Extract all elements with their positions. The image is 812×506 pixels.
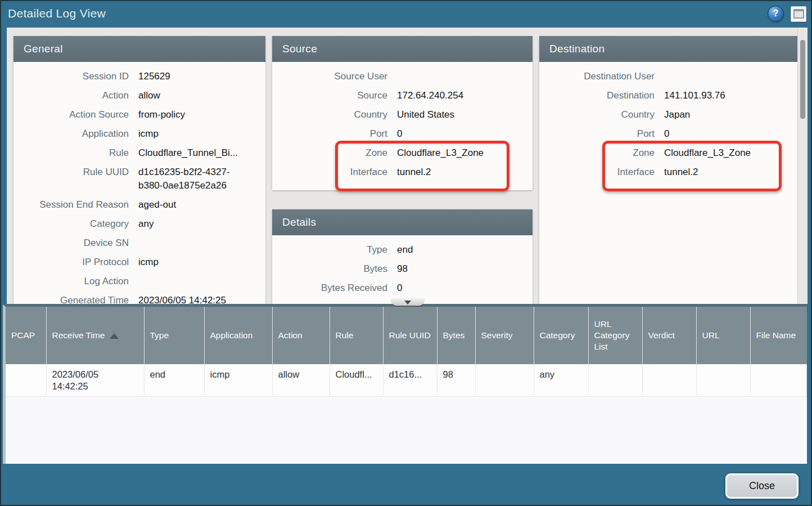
- kv-row: Action Sourcefrom-policy: [13, 105, 265, 124]
- kv-row: Destination141.101.93.76: [539, 86, 798, 105]
- kv-value: 2023/06/05 14:42:25: [138, 294, 265, 304]
- kv-label: Session ID: [13, 70, 129, 83]
- kv-row: Interfacetunnel.2: [272, 163, 533, 182]
- cell: any: [534, 364, 588, 396]
- kv-label: Session End Reason: [13, 198, 129, 212]
- kv-value: 0: [664, 127, 798, 141]
- column-header-action[interactable]: Action: [272, 307, 330, 364]
- kv-label: Action Source: [13, 108, 129, 122]
- kv-label: Interface: [272, 165, 387, 179]
- table-row[interactable]: 2023/06/05 14:42:25endicmpallowCloudfl..…: [6, 364, 807, 396]
- kv-value: [397, 70, 533, 83]
- kv-label: IP Protocol: [13, 256, 129, 269]
- kv-row: Port0: [539, 124, 798, 144]
- panel-source-header: Source: [272, 36, 533, 62]
- kv-row: Applicationicmp: [13, 124, 265, 144]
- kv-value: icmp: [138, 127, 265, 141]
- kv-label: Destination: [539, 89, 655, 102]
- kv-label: Interface: [539, 165, 655, 179]
- column-header-receive-time[interactable]: Receive Time: [46, 307, 144, 364]
- column-header-type[interactable]: Type: [144, 307, 204, 364]
- kv-label: Rule UUID: [13, 165, 129, 179]
- panel-details-body: TypeendBytes98Bytes Received0: [272, 235, 533, 298]
- column-header-application[interactable]: Application: [204, 307, 272, 364]
- panel-details: Details TypeendBytes98Bytes Received0: [272, 209, 533, 304]
- kv-value: from-policy: [138, 108, 265, 122]
- scrollbar-thumb[interactable]: [800, 40, 805, 119]
- log-table-pane: PCAPReceive TimeTypeApplicationActionRul…: [3, 305, 807, 464]
- close-button[interactable]: Close: [725, 473, 799, 499]
- kv-label: Rule: [13, 146, 129, 160]
- window-restore-icon-glyph: [793, 9, 804, 19]
- kv-row: Session ID125629: [13, 67, 265, 86]
- kv-label: Application: [13, 127, 129, 141]
- column-header-verdict[interactable]: Verdict: [642, 307, 696, 364]
- kv-row: Typeend: [272, 240, 533, 259]
- column-header-category[interactable]: Category: [534, 307, 588, 364]
- kv-label: Generated Time: [13, 294, 129, 304]
- kv-label: Port: [539, 127, 655, 141]
- column-header-rule[interactable]: Rule: [330, 307, 383, 364]
- kv-value: United States: [397, 108, 533, 122]
- kv-row: Destination User: [539, 67, 798, 86]
- kv-row: Categoryany: [13, 214, 265, 234]
- kv-value: Cloudflare_L3_Zone: [397, 146, 533, 160]
- panel-source: Source Source UserSource172.64.240.254Co…: [272, 36, 533, 190]
- log-table: PCAPReceive TimeTypeApplicationActionRul…: [6, 307, 807, 397]
- kv-label: Category: [13, 217, 129, 231]
- kv-label: Source User: [272, 70, 387, 83]
- panel-general-body: Session ID125629ActionallowAction Source…: [13, 62, 265, 304]
- kv-row: Source172.64.240.254: [272, 86, 533, 105]
- kv-label: Bytes Received: [272, 281, 387, 295]
- cell: allow: [272, 364, 330, 396]
- cell: [696, 364, 750, 396]
- kv-value: 125629: [138, 70, 265, 83]
- kv-row: ZoneCloudflare_L3_Zone: [539, 144, 798, 163]
- kv-row: CountryUnited States: [272, 105, 533, 124]
- cell: [475, 364, 534, 396]
- kv-value: icmp: [138, 256, 265, 269]
- titlebar-icons: ?: [768, 6, 806, 22]
- cell: icmp: [204, 364, 272, 396]
- column-header-severity[interactable]: Severity: [475, 307, 534, 364]
- scrollbar[interactable]: [797, 28, 808, 304]
- cell: 2023/06/05 14:42:25: [46, 364, 144, 396]
- kv-value: d1c16235-b2f2-4327-b380-0ae1875e2a26: [138, 165, 265, 192]
- kv-row: Log Action: [13, 272, 265, 291]
- column-header-rule-uuid[interactable]: Rule UUID: [383, 307, 437, 364]
- column-header-pcap[interactable]: PCAP: [6, 307, 46, 364]
- panel-source-body: Source UserSource172.64.240.254CountryUn…: [272, 62, 533, 182]
- panel-general-header: General: [13, 36, 265, 62]
- kv-row: Session End Reasonaged-out: [13, 195, 265, 214]
- kv-row: Interfacetunnel.2: [539, 163, 798, 182]
- cell: [6, 364, 46, 396]
- kv-row: Bytes98: [272, 259, 533, 279]
- kv-value: tunnel.2: [664, 165, 798, 179]
- kv-value: Japan: [664, 108, 798, 122]
- column-header-url[interactable]: URL: [696, 307, 750, 364]
- kv-row: Generated Time2023/06/05 14:42:25: [13, 291, 265, 304]
- page-title: Detailed Log View: [8, 7, 106, 20]
- cell: Cloudfl...: [330, 364, 383, 396]
- detail-panels-area: General Session ID125629ActionallowActio…: [7, 28, 808, 304]
- collapse-handle[interactable]: [391, 298, 424, 306]
- kv-row: CountryJapan: [539, 105, 798, 124]
- help-icon[interactable]: ?: [768, 6, 784, 22]
- kv-value: [138, 275, 265, 288]
- kv-value: 98: [397, 262, 533, 276]
- kv-label: Bytes: [272, 262, 387, 276]
- column-header-file-name[interactable]: File Name: [750, 307, 807, 364]
- window-restore-icon[interactable]: [791, 6, 806, 22]
- kv-value: [664, 70, 798, 83]
- kv-value: [138, 236, 265, 250]
- titlebar: Detailed Log View ?: [1, 1, 811, 27]
- kv-value: allow: [138, 89, 265, 102]
- column-header-url-category-list[interactable]: URL Category List: [588, 307, 642, 364]
- kv-value: Cloudflare_Tunnel_Bi...: [138, 146, 265, 160]
- sort-ascending-icon: [110, 333, 119, 339]
- cell: end: [144, 364, 204, 396]
- column-header-bytes[interactable]: Bytes: [437, 307, 475, 364]
- panel-destination-body: Destination UserDestination141.101.93.76…: [539, 62, 798, 182]
- kv-label: Action: [13, 89, 129, 102]
- kv-row: Rule UUIDd1c16235-b2f2-4327-b380-0ae1875…: [13, 163, 265, 195]
